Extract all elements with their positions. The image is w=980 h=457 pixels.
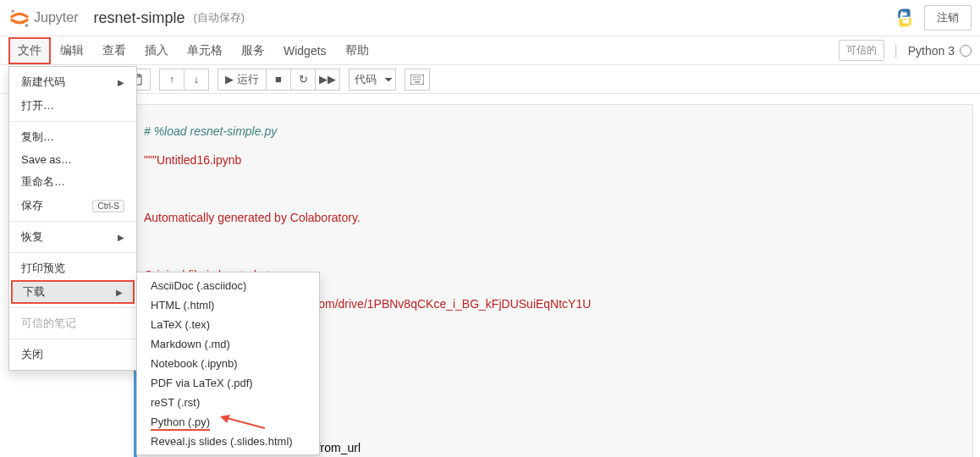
label: 打开… [21,98,54,113]
autosave-status: (自动保存) [194,10,245,25]
command-palette-button[interactable] [405,69,430,91]
download-rest[interactable]: reST (.rst) [137,393,319,412]
kernel-indicator[interactable]: Python 3 [908,44,972,58]
menu-print-preview[interactable]: 打印预览 [9,256,136,280]
separator [9,339,136,339]
label: 打印预览 [21,261,65,276]
label: 可信的笔记 [21,316,76,331]
stop-icon: ■ [275,73,282,85]
celltype-select[interactable]: 代码 [349,69,396,91]
chevron-right-icon: ▶ [118,233,124,242]
label: 恢复 [21,229,43,245]
code-text: # %load resnet-simple.py [144,124,277,138]
label: Save as… [21,153,72,166]
menu-rename[interactable]: 重命名… [9,170,136,194]
menu-kernel[interactable]: 服务 [232,37,274,64]
download-notebook[interactable]: Notebook (.ipynb) [137,354,319,373]
run-label: 运行 [237,72,259,87]
menu-cell[interactable]: 单元格 [178,37,232,64]
menu-new-notebook[interactable]: 新建代码▶ [9,70,136,94]
menu-make-copy[interactable]: 复制… [9,125,136,149]
svg-point-0 [12,10,14,13]
separator: | [895,43,898,58]
python-icon [894,7,916,29]
kernel-status-icon [960,45,972,57]
toolbar: ✚ ✂ ↑ ↓ ▶运行 ■ ↻ ▶▶ 代码 [0,65,980,94]
menubar: 文件 编辑 查看 插入 单元格 服务 Widgets 帮助 可信的 | Pyth… [0,36,980,65]
restart-button[interactable]: ↻ [290,69,316,91]
label: 新建代码 [21,74,65,90]
menu-download-as[interactable]: 下载▶ [11,280,135,304]
fast-forward-icon: ▶▶ [319,73,336,85]
label: 复制… [21,129,54,145]
kernel-name: Python 3 [908,44,955,58]
download-html[interactable]: HTML (.html) [137,295,319,315]
code-text: Automatically generated by Colaboratory. [144,211,361,224]
code-text: """Untitled16.ipynb [144,153,241,167]
menu-insert[interactable]: 插入 [135,37,178,64]
notebook-title[interactable]: resnet-simple [93,9,184,27]
header: Jupyter resnet-simple (自动保存) 注销 [0,0,980,36]
download-reveal[interactable]: Reveal.js slides (.slides.html) [137,432,319,451]
separator [9,252,136,253]
chevron-right-icon: ▶ [116,288,123,297]
jupyter-icon [8,7,30,29]
download-pdf[interactable]: PDF via LaTeX (.pdf) [137,373,319,393]
run-button[interactable]: ▶运行 [217,69,267,91]
label: 保存 [21,198,43,213]
play-icon: ▶ [225,73,234,85]
menu-edit[interactable]: 编辑 [51,37,93,64]
file-dropdown: 新建代码▶ 打开… 复制… Save as… 重命名… 保存Ctrl-S 恢复▶… [8,66,137,371]
menu-save-as[interactable]: Save as… [9,149,136,170]
chevron-right-icon: ▶ [118,78,124,87]
keyboard-icon [410,74,424,85]
menu-widgets[interactable]: Widgets [274,38,336,63]
brand-text: Jupyter [34,10,78,25]
menu-view[interactable]: 查看 [93,37,135,64]
shortcut: Ctrl-S [92,200,124,212]
menu-trust-notebook: 可信的笔记 [9,311,136,335]
separator [9,121,136,122]
label: 重命名… [21,174,65,190]
label: Python (.py) [151,416,210,431]
logout-button[interactable]: 注销 [924,5,972,30]
jupyter-logo[interactable]: Jupyter [8,7,78,29]
restart-icon: ↻ [299,73,308,85]
svg-point-1 [25,24,29,27]
download-markdown[interactable]: Markdown (.md) [137,334,319,354]
menu-file[interactable]: 文件 [8,37,51,64]
menu-open[interactable]: 打开… [9,94,136,118]
trusted-badge[interactable]: 可信的 [839,40,884,61]
menu-revert[interactable]: 恢复▶ [9,225,136,249]
download-python[interactable]: Python (.py) [137,412,319,432]
arrow-down-icon: ↓ [194,73,200,85]
separator [9,307,136,308]
menu-help[interactable]: 帮助 [336,37,378,64]
arrow-up-icon: ↑ [169,73,175,85]
menu-save-checkpoint[interactable]: 保存Ctrl-S [9,194,136,217]
label: 关闭 [21,347,43,362]
interrupt-button[interactable]: ■ [266,69,291,91]
download-submenu: AsciiDoc (.asciidoc) HTML (.html) LaTeX … [136,272,320,455]
download-latex[interactable]: LaTeX (.tex) [137,315,319,334]
move-up-button[interactable]: ↑ [159,69,184,91]
svg-point-2 [901,11,903,13]
run-all-button[interactable]: ▶▶ [315,69,340,91]
label: 下载 [23,284,45,300]
move-down-button[interactable]: ↓ [184,69,209,91]
download-asciidoc[interactable]: AsciiDoc (.asciidoc) [137,276,319,295]
separator [9,221,136,222]
menu-close-halt[interactable]: 关闭 [9,343,136,366]
svg-point-3 [906,23,908,25]
